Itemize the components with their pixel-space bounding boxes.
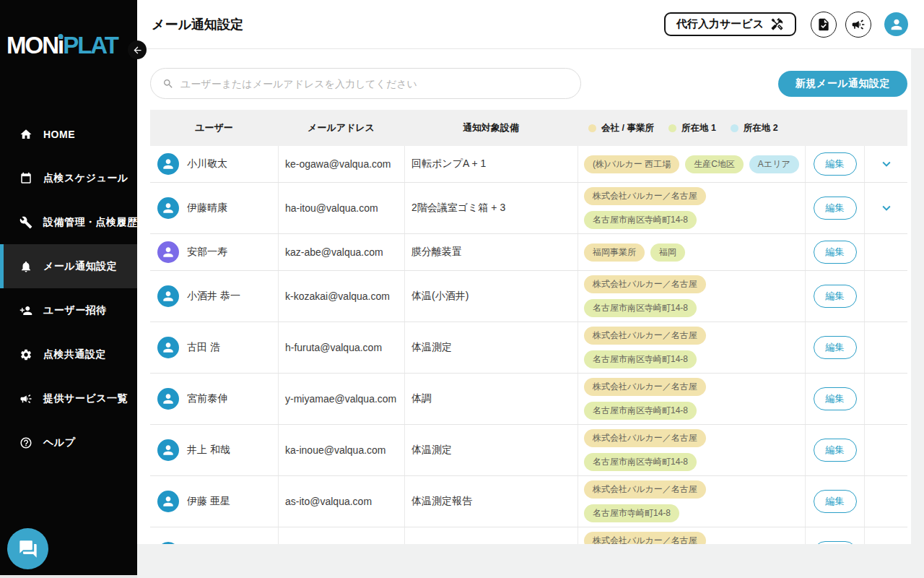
user-email: kaz-abe@valqua.com xyxy=(278,234,404,270)
user-email: as-ito@valqua.com xyxy=(278,476,404,527)
tag-list: 株式会社バルカー／名古屋名古屋市南区寺崎町14-8 xyxy=(578,271,805,322)
edit-button[interactable]: 編集 xyxy=(814,152,857,176)
top-bar: メール通知設定 代行入力サービス xyxy=(137,0,924,49)
tag-company: 株式会社バルカー／名古屋 xyxy=(584,275,706,293)
column-header-user: ユーザー xyxy=(150,121,278,134)
table-row: 井上 和哉 ka-inoue@valqua.com 体温測定 株式会社バルカー／… xyxy=(150,425,907,476)
sidebar-item-home[interactable]: HOME xyxy=(0,112,137,156)
proxy-input-service-button[interactable]: 代行入力サービス xyxy=(664,12,796,36)
chat-button[interactable] xyxy=(7,528,48,569)
user-email: k-kozakai@valqua.com xyxy=(278,271,404,322)
logo-text-i: i xyxy=(58,32,63,59)
tag-legend: 会社 / 事業所 所在地 1 所在地 2 xyxy=(578,122,805,134)
home-icon xyxy=(19,128,32,141)
table-row: 伊藤晴康 ha-itou@valqua.com 2階会議室ゴミ箱 + 3 株式会… xyxy=(150,183,907,234)
edit-button[interactable]: 編集 xyxy=(814,490,857,513)
handyman-icon xyxy=(770,17,784,31)
announcements-button[interactable] xyxy=(845,12,871,38)
equipment-name: 体温測定 xyxy=(404,425,578,475)
gear-icon xyxy=(19,348,32,361)
report-check-button[interactable] xyxy=(811,12,837,38)
tag-company: 株式会社バルカー／名古屋 xyxy=(584,480,706,499)
legend-dot xyxy=(588,124,596,132)
sidebar-item-help[interactable]: ヘルプ xyxy=(0,420,137,465)
legend-dot xyxy=(731,124,738,132)
tag-loc1: 生産C地区 xyxy=(685,155,744,173)
tag-loc1: 名古屋市寺崎町14-8 xyxy=(584,504,679,522)
tag-loc1: 名古屋市南区寺崎町14-8 xyxy=(584,453,697,471)
person-icon xyxy=(161,392,175,406)
account-avatar-button[interactable] xyxy=(884,12,908,36)
sidebar-item-label: 点検スケジュール xyxy=(43,172,128,185)
sidebar-item-services-list[interactable]: 提供サービス一覧 xyxy=(0,376,137,420)
user-name: 井上 和哉 xyxy=(187,444,230,457)
toolbar: 新規メール通知設定 xyxy=(150,49,907,99)
person-icon xyxy=(161,201,175,215)
sidebar-collapse-button[interactable] xyxy=(128,40,147,59)
sidebar-item-label: 提供サービス一覧 xyxy=(43,392,128,405)
tag-company: 福岡事業所 xyxy=(584,243,645,262)
proxy-input-service-label: 代行入力サービス xyxy=(676,17,764,31)
user-avatar xyxy=(157,153,179,175)
tag-list: 株式会社バルカー／名古屋名古屋市南区寺崎町14-8 xyxy=(578,425,805,475)
table-row: 安部一寿 kaz-abe@valqua.com 膜分離装置 福岡事業所福岡 編集 xyxy=(150,234,907,271)
legend-label: 所在地 1 xyxy=(681,122,716,134)
person-icon xyxy=(161,289,175,303)
user-avatar xyxy=(157,542,179,544)
user-avatar xyxy=(157,491,179,512)
sidebar-item-inspection-common-settings[interactable]: 点検共通設定 xyxy=(0,332,137,376)
tag-loc1: 名古屋市南区寺崎町14-8 xyxy=(584,350,697,368)
tag-list: 福岡事業所福岡 xyxy=(578,234,805,270)
column-header-email: メールアドレス xyxy=(278,121,404,134)
chevron-down-icon xyxy=(879,156,894,172)
megaphone-icon xyxy=(851,17,866,32)
table-row: 伊藤 亜星 as-ito@valqua.com 体温測定報告 株式会社バルカー／… xyxy=(150,476,907,527)
tag-company: 株式会社バルカー／名古屋 xyxy=(584,187,706,205)
sidebar-item-label: ユーザー招待 xyxy=(43,304,107,317)
edit-button[interactable]: 編集 xyxy=(814,336,857,359)
content-panel: 新規メール通知設定 ユーザー メールアドレス 通知対象設備 会社 / 事業所 所… xyxy=(137,49,911,544)
user-add-icon xyxy=(19,304,32,317)
services-icon xyxy=(19,392,32,405)
sidebar-item-inspection-schedule[interactable]: 点検スケジュール xyxy=(0,156,137,200)
edit-button[interactable]: 編集 xyxy=(814,285,857,308)
table-row: 古田 浩 h-furuta@valqua.com 体温測定 株式会社バルカー／名… xyxy=(150,322,907,374)
user-name: 安部一寿 xyxy=(187,246,227,259)
equipment-name: 膜分離装置 xyxy=(404,234,578,270)
tag-list: 株式会社バルカー／名古屋名古屋市南区寺崎町14-8 xyxy=(578,374,805,424)
new-mail-setting-button[interactable]: 新規メール通知設定 xyxy=(778,71,907,97)
person-icon xyxy=(161,443,175,457)
edit-button[interactable]: 編集 xyxy=(814,387,857,410)
equipment-name: 体温測定 xyxy=(404,322,578,373)
sidebar-menu: HOME 点検スケジュール 設備管理・点検履歴 メール通知設定 ユーザー招待 点… xyxy=(0,112,137,465)
edit-button[interactable]: 編集 xyxy=(814,197,857,220)
user-email: y-miyamae@valqua.com xyxy=(278,374,404,424)
legend-label: 所在地 2 xyxy=(744,122,778,134)
tag-list: 株式会社バルカー／名古屋名古屋市南区寺崎町14-8 xyxy=(578,183,805,233)
edit-button[interactable]: 編集 xyxy=(814,241,857,264)
edit-button[interactable]: 編集 xyxy=(814,541,857,544)
tag-list: (株)バルカー 西工場生産C地区Aエリア xyxy=(578,146,805,182)
legend-item: 所在地 2 xyxy=(731,122,778,134)
sidebar-item-user-invite[interactable]: ユーザー招待 xyxy=(0,288,137,332)
user-name: 小酒井 恭一 xyxy=(187,290,240,303)
edit-button[interactable]: 編集 xyxy=(814,439,857,462)
user-name: 伊藤晴康 xyxy=(187,202,227,215)
tag-loc1: 名古屋市南区寺崎町14-8 xyxy=(584,402,697,420)
sidebar-item-equipment-history[interactable]: 設備管理・点検履歴 xyxy=(0,200,137,244)
search-input[interactable] xyxy=(180,78,569,90)
table-row: 宮前泰伸 y-miyamae@valqua.com 体調 株式会社バルカー／名古… xyxy=(150,374,907,425)
tag-company: 株式会社バルカー／名古屋 xyxy=(584,532,706,544)
user-avatar xyxy=(157,337,179,358)
bell-icon xyxy=(19,260,32,273)
wrench-icon xyxy=(19,216,32,229)
tag-company: (株)バルカー 西工場 xyxy=(584,155,679,173)
document-check-icon xyxy=(816,17,831,32)
expand-row-button[interactable] xyxy=(879,200,894,216)
tag-loc1: 福岡 xyxy=(650,243,685,262)
legend-dot xyxy=(668,124,676,132)
tag-loc2: Aエリア xyxy=(749,155,799,173)
search-box xyxy=(150,68,581,99)
sidebar-item-mail-settings[interactable]: メール通知設定 xyxy=(0,244,137,288)
expand-row-button[interactable] xyxy=(879,156,894,172)
